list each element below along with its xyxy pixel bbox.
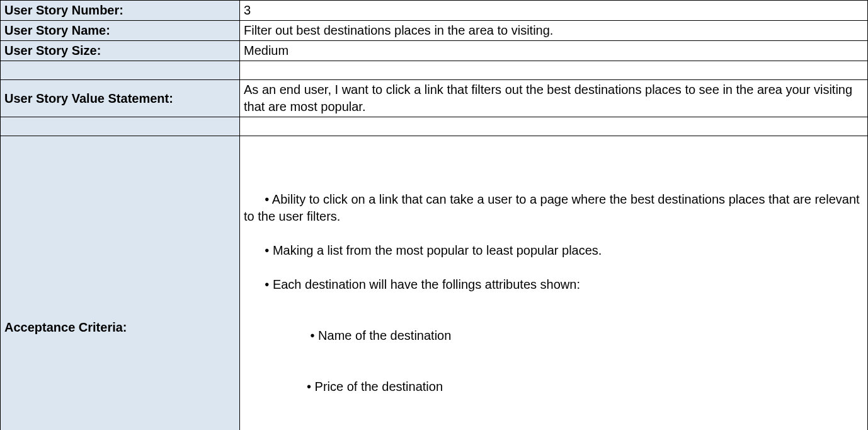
empty-label-1 xyxy=(1,61,240,80)
row-criteria: Acceptance Criteria: • Ability to click … xyxy=(1,136,868,431)
criteria-sub-2: • Price of the destination xyxy=(244,378,864,395)
label-number: User Story Number: xyxy=(1,1,240,21)
row-empty-2 xyxy=(1,117,868,136)
empty-value-2 xyxy=(240,117,868,136)
value-name: Filter out best destinations places in t… xyxy=(240,21,868,41)
criteria-line-1: • Ability to click on a link that can ta… xyxy=(244,192,863,223)
row-value-statement: User Story Value Statement: As an end us… xyxy=(1,80,868,117)
criteria-line-2: • Making a list from the most popular to… xyxy=(265,243,602,257)
row-size: User Story Size: Medium xyxy=(1,41,868,61)
row-empty-1 xyxy=(1,61,868,80)
empty-label-2 xyxy=(1,117,240,136)
row-number: User Story Number: 3 xyxy=(1,1,868,21)
value-size: Medium xyxy=(240,41,868,61)
empty-value-1 xyxy=(240,61,868,80)
label-name: User Story Name: xyxy=(1,21,240,41)
value-value-statement: As an end user, I want to click a link t… xyxy=(240,80,868,117)
criteria-sub-1: • Name of the destination xyxy=(244,327,864,344)
user-story-table: User Story Number: 3 User Story Name: Fi… xyxy=(0,0,868,430)
row-name: User Story Name: Filter out best destina… xyxy=(1,21,868,41)
label-size: User Story Size: xyxy=(1,41,240,61)
label-value-statement: User Story Value Statement: xyxy=(1,80,240,117)
value-number: 3 xyxy=(240,1,868,21)
value-criteria: • Ability to click on a link that can ta… xyxy=(240,136,868,431)
criteria-line-3: • Each destination will have the folling… xyxy=(265,277,580,291)
label-criteria: Acceptance Criteria: xyxy=(1,136,240,431)
